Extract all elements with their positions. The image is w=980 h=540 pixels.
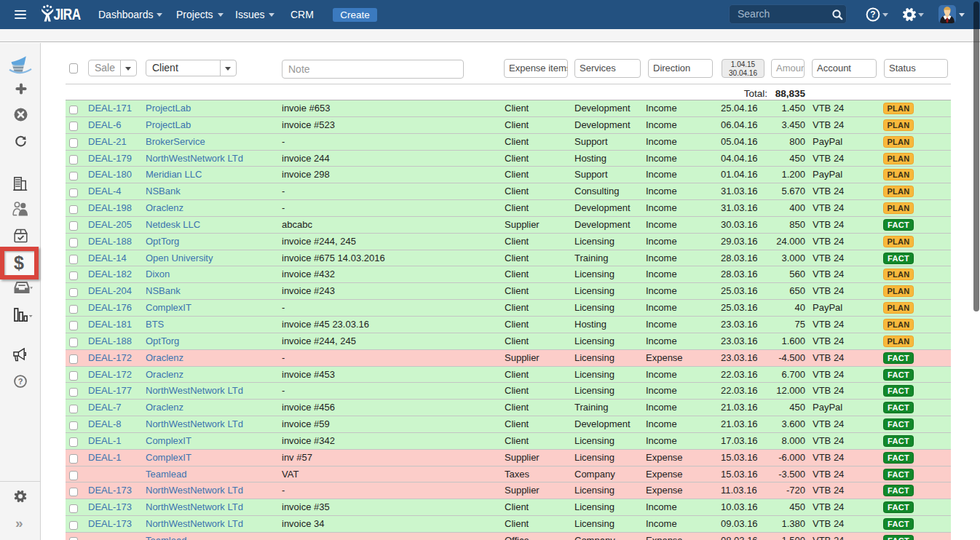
svg-text:JIRA: JIRA bbox=[54, 5, 82, 23]
svg-text:?: ? bbox=[870, 9, 875, 20]
svg-text:?: ? bbox=[18, 377, 23, 386]
